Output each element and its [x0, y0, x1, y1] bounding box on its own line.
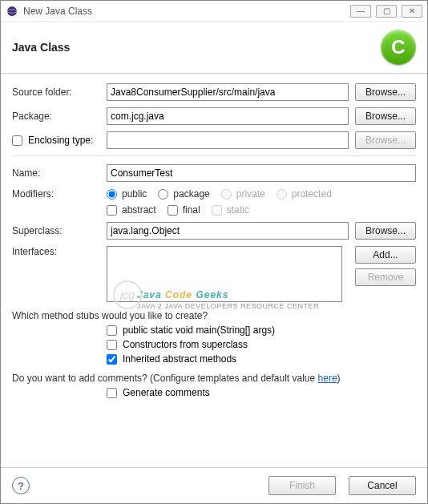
modifiers-label: Modifiers:	[12, 188, 107, 200]
modifier-protected-radio	[277, 189, 287, 200]
modifier-package-radio[interactable]	[158, 189, 168, 200]
enclosing-type-browse-button: Browse...	[355, 131, 416, 149]
modifier-final-checkbox[interactable]	[168, 205, 178, 216]
superclass-browse-button[interactable]: Browse...	[355, 222, 416, 240]
modifier-private-radio	[221, 189, 232, 200]
enclosing-type-label: Enclosing type:	[28, 135, 93, 146]
name-input[interactable]	[107, 164, 416, 182]
modifier-protected: protected	[277, 188, 332, 200]
modifier-public[interactable]: public	[107, 188, 147, 200]
generate-comments-label: Generate comments	[123, 387, 210, 398]
enclosing-type-input	[107, 131, 349, 149]
interfaces-row: Interfaces: Add... Remove	[12, 246, 416, 302]
stubs-question: Which method stubs would you like to cre…	[12, 310, 416, 321]
eclipse-icon	[6, 5, 18, 18]
footer: ? Finish Cancel	[1, 467, 427, 503]
modifier-public-radio[interactable]	[107, 189, 117, 200]
footer-buttons: Finish Cancel	[262, 476, 416, 495]
content-area: Source folder: Browse... Package: Browse…	[1, 74, 427, 467]
close-button[interactable]: ✕	[402, 5, 422, 18]
package-label: Package:	[12, 111, 107, 122]
modifiers-other: abstract final static	[107, 204, 416, 216]
modifier-package[interactable]: package	[158, 188, 209, 200]
package-browse-button[interactable]: Browse...	[355, 107, 416, 125]
superclass-input[interactable]	[107, 222, 349, 240]
source-folder-input[interactable]	[107, 83, 349, 101]
enclosing-type-row: Enclosing type: Browse...	[12, 131, 416, 149]
modifier-static-checkbox	[212, 205, 222, 216]
cancel-button[interactable]: Cancel	[349, 476, 416, 495]
superclass-row: Superclass: Browse...	[12, 222, 416, 240]
source-folder-row: Source folder: Browse...	[12, 83, 416, 101]
modifiers-visibility: public package private protected	[107, 188, 416, 200]
source-folder-label: Source folder:	[12, 87, 107, 98]
name-row: Name:	[12, 164, 416, 182]
help-icon[interactable]: ?	[12, 477, 30, 494]
svg-point-0	[7, 6, 17, 16]
stub-main-checkbox[interactable]	[107, 325, 117, 336]
stub-constructors-label: Constructors from superclass	[123, 339, 248, 350]
interfaces-remove-button: Remove	[355, 268, 416, 286]
stub-inherited-row: Inherited abstract methods	[107, 353, 416, 365]
stub-constructors-checkbox[interactable]	[107, 340, 117, 350]
banner-title: Java Class	[12, 41, 70, 54]
modifiers-row: Modifiers: public package private protec…	[12, 188, 416, 216]
stub-inherited-label: Inherited abstract methods	[123, 353, 236, 365]
separator	[12, 155, 416, 156]
finish-button[interactable]: Finish	[269, 476, 336, 495]
watermark-subtitle: JAVA 2 JAVA DEVELOPERS RESOURCE CENTER	[137, 302, 319, 310]
package-row: Package: Browse...	[12, 107, 416, 125]
interfaces-buttons: Add... Remove	[349, 246, 416, 286]
class-icon: C	[381, 30, 416, 65]
source-folder-browse-button[interactable]: Browse...	[355, 83, 416, 101]
generate-comments-checkbox[interactable]	[107, 388, 117, 398]
maximize-button[interactable]: ▢	[376, 5, 397, 18]
superclass-label: Superclass:	[12, 225, 107, 236]
interfaces-add-button[interactable]: Add...	[355, 246, 416, 264]
generate-comments-row: Generate comments	[107, 387, 416, 398]
enclosing-type-checkbox-label: Enclosing type:	[12, 135, 107, 146]
modifier-final[interactable]: final	[168, 204, 200, 216]
package-input[interactable]	[107, 107, 349, 125]
stub-main-row: public static void main(String[] args)	[107, 325, 416, 336]
name-label: Name:	[12, 167, 107, 179]
configure-here-link[interactable]: here	[318, 373, 337, 384]
banner: Java Class C	[1, 22, 427, 74]
interfaces-label: Interfaces:	[12, 246, 107, 257]
modifier-abstract[interactable]: abstract	[107, 204, 156, 216]
enclosing-type-checkbox[interactable]	[12, 135, 22, 146]
window-controls: — ▢ ✕	[350, 5, 422, 18]
titlebar: New Java Class — ▢ ✕	[1, 1, 427, 22]
stub-inherited-checkbox[interactable]	[107, 354, 117, 365]
title-text: New Java Class	[23, 6, 350, 17]
interfaces-list[interactable]	[107, 246, 342, 302]
modifier-static: static	[212, 204, 249, 216]
modifier-private: private	[221, 188, 265, 200]
comments-question: Do you want to add comments? (Configure …	[12, 373, 416, 384]
stub-main-label: public static void main(String[] args)	[123, 325, 275, 336]
dialog-window: New Java Class — ▢ ✕ Java Class C Source…	[0, 0, 428, 504]
modifier-abstract-checkbox[interactable]	[107, 205, 117, 216]
minimize-button[interactable]: —	[350, 5, 371, 18]
stub-constructors-row: Constructors from superclass	[107, 339, 416, 350]
